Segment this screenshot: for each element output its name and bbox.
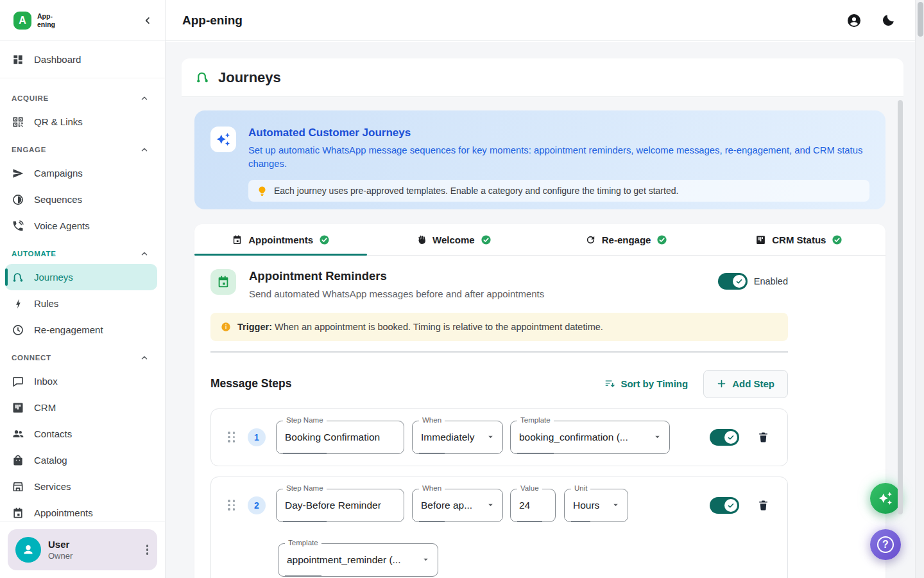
user-avatar (15, 537, 41, 563)
step-name-input[interactable]: Step Name Day-Before Reminder (276, 489, 404, 522)
sidebar-item-journeys[interactable]: Journeys (5, 264, 157, 290)
info-icon (221, 322, 231, 332)
sidebar-section-automate[interactable]: AUTOMATE (12, 249, 149, 258)
ai-assistant-button[interactable] (870, 483, 901, 514)
sidebar-item-services[interactable]: Services (5, 473, 157, 500)
chevron-up-icon (140, 249, 149, 258)
step-toggle[interactable] (710, 497, 739, 514)
when-select[interactable]: When Before ap... (412, 489, 503, 522)
journeys-card: Appointments Welcome Re-engage CRM Statu… (194, 224, 886, 578)
window-scrollbar-thumb[interactable] (918, 2, 923, 37)
appointments-panel: Appointment Reminders Send automated Wha… (194, 256, 886, 578)
help-button[interactable] (870, 529, 901, 560)
sidebar-item-voice-agents[interactable]: Voice Agents (5, 213, 157, 239)
app-title: App-ening (182, 13, 243, 28)
storefront-icon (12, 480, 24, 493)
message-steps-title: Message Steps (210, 377, 291, 390)
step-name-input[interactable]: Step Name Booking Confirmation (276, 421, 404, 454)
when-select[interactable]: When Immediately (412, 421, 503, 454)
question-mark-icon (877, 536, 894, 553)
sidebar-nav: ACQUIRE QR & Links ENGAGE Campaigns Sequ… (0, 78, 165, 521)
main-content: Journeys Automated Customer Journeys Set… (166, 42, 924, 578)
send-icon (12, 167, 24, 180)
tab-re-engage[interactable]: Re-engage (540, 224, 713, 255)
dropdown-arrow-icon (418, 556, 429, 563)
journeys-banner: Automated Customer Journeys Set up autom… (194, 110, 886, 209)
value-input[interactable]: Value 24 (510, 489, 556, 522)
sidebar-collapse-icon[interactable] (142, 15, 153, 26)
dropdown-arrow-icon (608, 502, 619, 509)
tab-welcome[interactable]: Welcome (367, 224, 540, 255)
drag-handle-icon[interactable] (228, 432, 235, 442)
sidebar-user-section: User Owner (0, 521, 165, 578)
tab-crm-status[interactable]: CRM Status (713, 224, 886, 255)
sidebar-item-rules[interactable]: Rules (5, 290, 157, 317)
dropdown-arrow-icon (483, 434, 494, 441)
step-number: 2 (248, 496, 266, 514)
step-card-1: 1 Step Name Booking Confirmation When Im… (210, 408, 788, 466)
user-card[interactable]: User Owner (8, 529, 157, 570)
page-title-bar: Journeys (182, 58, 903, 97)
dropdown-arrow-icon (650, 434, 661, 441)
route-icon (12, 271, 24, 284)
delete-step-icon[interactable] (757, 499, 769, 511)
sidebar: A App- ening Dashboard ACQUIRE QR & Link… (0, 0, 166, 578)
sidebar-item-qr-links[interactable]: QR & Links (5, 109, 157, 135)
sidebar-item-catalog[interactable]: Catalog (5, 447, 157, 473)
check-badge-icon (481, 234, 492, 245)
category-tabs: Appointments Welcome Re-engage CRM Statu… (194, 224, 886, 256)
sidebar-item-inbox[interactable]: Inbox (5, 368, 157, 394)
sidebar-item-campaigns[interactable]: Campaigns (5, 160, 157, 186)
sidebar-item-crm[interactable]: CRM (5, 394, 157, 421)
sparkles-icon (210, 127, 236, 152)
shopping-bag-icon (12, 454, 24, 467)
content-scrollbar-thumb[interactable] (898, 100, 903, 514)
template-select[interactable]: Template appointment_reminder (... (278, 543, 438, 577)
kanban-icon (12, 401, 24, 414)
section-title: Appointment Reminders (249, 269, 544, 283)
sidebar-item-appointments[interactable]: Appointments (5, 500, 157, 521)
sidebar-item-re-engagement[interactable]: Re-engagement (5, 317, 157, 343)
check-badge-icon (832, 234, 843, 245)
chevron-up-icon (140, 94, 149, 103)
sort-icon (604, 378, 615, 390)
user-menu-icon[interactable] (144, 542, 151, 557)
timelapse-icon (12, 193, 24, 206)
sparkles-icon (878, 491, 893, 506)
sort-by-timing-button[interactable]: Sort by Timing (604, 378, 688, 390)
kanban-icon (755, 234, 766, 245)
template-select[interactable]: Template booking_confirmation (... (510, 421, 670, 454)
sidebar-item-contacts[interactable]: Contacts (5, 421, 157, 447)
enabled-toggle[interactable] (718, 273, 748, 290)
plus-icon (717, 379, 726, 389)
step-toggle[interactable] (710, 429, 739, 446)
sidebar-item-sequences[interactable]: Sequences (5, 186, 157, 213)
delete-step-icon[interactable] (757, 431, 769, 443)
chevron-up-icon (140, 145, 149, 154)
add-step-button[interactable]: Add Step (703, 370, 788, 398)
sidebar-item-dashboard[interactable]: Dashboard (5, 46, 157, 73)
tab-appointments[interactable]: Appointments (194, 224, 367, 255)
sidebar-section-engage[interactable]: ENGAGE (12, 145, 149, 154)
chevron-up-icon (140, 353, 149, 362)
route-icon (195, 70, 210, 85)
dark-mode-icon[interactable] (880, 13, 896, 28)
user-name: User (48, 539, 73, 550)
sidebar-section-acquire[interactable]: ACQUIRE (12, 94, 149, 103)
sidebar-logo-row: A App- ening (0, 0, 165, 41)
scroll-area: Automated Customer Journeys Set up autom… (182, 97, 903, 578)
section-subtitle: Send automated WhatsApp messages before … (249, 288, 544, 299)
unit-select[interactable]: Unit Hours (564, 489, 628, 522)
app-name: App- ening (37, 12, 142, 28)
account-icon[interactable] (846, 13, 862, 28)
drag-handle-icon[interactable] (228, 500, 235, 511)
bolt-icon (12, 297, 24, 310)
top-header: App-ening (166, 0, 924, 41)
sidebar-section-connect[interactable]: CONNECT (12, 353, 149, 362)
window-scrollbar (915, 0, 924, 578)
check-badge-icon (656, 234, 667, 245)
dashboard-icon (12, 53, 24, 66)
dropdown-arrow-icon (483, 502, 494, 509)
check-badge-icon (319, 234, 330, 245)
qr-code-icon (12, 116, 24, 128)
